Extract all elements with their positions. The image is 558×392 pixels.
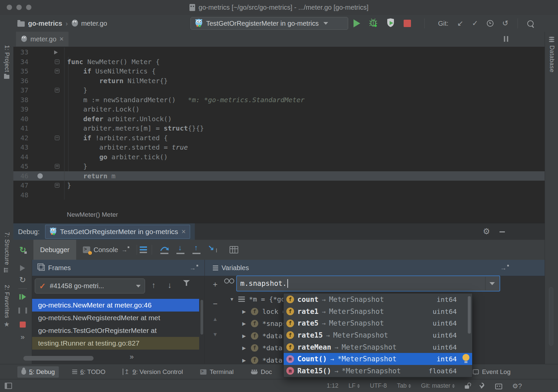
fold-close-icon[interactable] [55, 183, 59, 188]
code-editor[interactable]: 3334func NewMeter() Meter {35 if UseNilM… [13, 47, 545, 223]
toolwindow-toggle-icon[interactable] [5, 383, 12, 389]
step-into-icon[interactable]: ↓ [176, 245, 186, 254]
close-window-icon[interactable] [7, 5, 12, 10]
step-over-icon[interactable] [160, 245, 170, 254]
git-commit-icon[interactable]: ✓ [472, 20, 478, 27]
stack-frame-row[interactable]: go-metrics.NewMeter at meter.go:46 [32, 299, 199, 312]
stop-process-icon[interactable] [20, 322, 26, 328]
code-line[interactable]: 36 return NilMeter{} [13, 76, 545, 86]
show-execution-point-icon[interactable] [140, 246, 147, 253]
variables-scrollbar[interactable] [549, 287, 553, 346]
line-number[interactable]: 47 [13, 181, 28, 190]
code-line[interactable]: 47} [13, 181, 545, 190]
line-number[interactable]: 44 [13, 152, 28, 162]
breakpoint-gutter[interactable] [28, 95, 52, 105]
completion-item[interactable]: frate1→MeterSnapshotuint64 [284, 306, 472, 318]
git-update-icon[interactable]: ↙ [457, 20, 463, 27]
fold-gutter[interactable] [52, 66, 64, 76]
filter-frames-icon[interactable] [183, 280, 190, 289]
code-line[interactable]: 40 defer arbiter.Unlock() [13, 114, 545, 124]
line-number[interactable]: 40 [13, 114, 28, 124]
code-line[interactable]: 48 [13, 190, 545, 200]
line-number[interactable]: 48 [13, 190, 28, 200]
stack-frame-row[interactable]: go-metrics.NewRegisteredMeter at met [32, 312, 199, 324]
close-session-icon[interactable] [181, 228, 186, 235]
frame-up-icon[interactable]: ↑ [152, 281, 156, 289]
settings-gear-icon[interactable]: ⚙ [483, 227, 490, 235]
code-line[interactable]: 39 arbiter.Lock() [13, 105, 545, 114]
frames-scrollbar[interactable] [200, 300, 203, 335]
breakpoint-gutter[interactable] [28, 76, 52, 86]
completion-item[interactable]: fcount→MeterSnapshotint64 [284, 293, 472, 306]
fold-gutter[interactable] [52, 143, 64, 152]
resume-disabled-icon[interactable] [20, 265, 25, 271]
tab-console[interactable]: ↓ Console → [76, 240, 134, 260]
code-line[interactable]: 35 if UseNilMetrics { [13, 66, 545, 76]
line-number[interactable]: 37 [13, 85, 28, 95]
run-to-cursor-icon[interactable]: ↘I [208, 245, 218, 254]
fold-close-icon[interactable] [55, 164, 59, 169]
breakpoint-gutter[interactable] [28, 162, 52, 171]
gear-question-icon[interactable]: ⚙? [512, 382, 522, 390]
breakpoint-gutter[interactable] [28, 114, 52, 124]
line-number[interactable]: 45 [13, 162, 28, 171]
code-line[interactable]: 42 if !arbiter.started { [13, 133, 545, 143]
pause-program-icon[interactable] [18, 308, 27, 314]
fold-open-icon[interactable] [55, 59, 59, 64]
frames-horizontal-scrollbar[interactable] [23, 356, 94, 361]
tree-collapse-icon[interactable]: ▼ [230, 297, 238, 302]
variables-pin-icon[interactable]: → [500, 265, 507, 271]
line-number[interactable]: 33 [13, 47, 28, 57]
zoom-window-icon[interactable] [26, 5, 31, 10]
completion-item[interactable]: frate15→MeterSnapshotuint64 [284, 329, 472, 341]
breakpoint-gutter[interactable] [28, 66, 52, 76]
remove-watch-icon[interactable]: − [211, 300, 220, 308]
breadcrumb-file[interactable]: meter.go [81, 20, 107, 27]
completion-item[interactable]: frateMean→MeterSnapshotuint64 [284, 341, 472, 353]
fold-gutter[interactable] [52, 47, 64, 57]
tool-stripe-button[interactable]: 7: Structure [0, 232, 13, 272]
breakpoint-icon[interactable] [37, 173, 43, 179]
code-line[interactable]: 46 return m [13, 171, 545, 181]
git-branch-widget[interactable]: Git: master [421, 382, 455, 389]
line-number[interactable]: 36 [13, 76, 28, 86]
code-line[interactable]: 37 } [13, 85, 545, 95]
frames-header[interactable]: Frames → [32, 260, 204, 276]
move-watch-up-icon[interactable]: ▲ [211, 317, 220, 322]
line-number[interactable]: 35 [13, 66, 28, 76]
tool-stripe-button[interactable]: 2: Favorites★ [0, 285, 13, 328]
fold-close-icon[interactable] [55, 88, 59, 92]
tool-stripe-button[interactable]: 1: Project [0, 45, 13, 79]
popup-scrollbar[interactable] [468, 296, 471, 334]
fold-gutter[interactable] [52, 190, 64, 200]
fold-gutter[interactable] [52, 114, 64, 124]
add-watch-icon[interactable]: + [211, 280, 220, 288]
tool-stripe-button[interactable]: Database [545, 37, 558, 72]
toolwindow-9-version-control[interactable]: ↥9: Version Control [119, 366, 187, 378]
minimize-window-icon[interactable] [16, 5, 22, 10]
run-with-coverage-button[interactable] [386, 18, 395, 29]
code-line[interactable]: 44 go arbiter.tick() [13, 152, 545, 162]
code-line[interactable]: 38 m := newStandardMeter() *m: *go-metri… [13, 95, 545, 105]
line-number[interactable]: 41 [13, 124, 28, 133]
wrench-icon[interactable] [479, 383, 485, 389]
git-rollback-icon[interactable]: ↺ [502, 20, 508, 27]
line-number[interactable]: 43 [13, 143, 28, 152]
completion-item[interactable]: mCount()→*MeterSnapshotint64 [284, 353, 472, 365]
watch-expression-input[interactable]: m.snapshot. [236, 275, 500, 291]
fold-gutter[interactable] [52, 162, 64, 171]
code-line[interactable]: 45 } [13, 162, 545, 171]
breakpoint-gutter[interactable] [28, 133, 52, 143]
reset-frame-icon[interactable]: ↻ [19, 276, 26, 284]
debug-button[interactable] [369, 18, 378, 28]
breakpoint-gutter[interactable] [28, 57, 52, 67]
fold-gutter[interactable] [52, 76, 64, 86]
toolwindow-5-debug[interactable]: 5: Debug [17, 366, 59, 378]
line-number[interactable]: 38 [13, 95, 28, 105]
line-number[interactable]: 42 [13, 133, 28, 143]
line-number[interactable]: 34 [13, 57, 28, 67]
more-actions-chevron-icon[interactable]: » [20, 334, 24, 341]
breakpoint-gutter[interactable] [28, 85, 52, 95]
breakpoint-gutter[interactable] [28, 47, 52, 57]
variables-header[interactable]: Variables → [205, 260, 545, 276]
